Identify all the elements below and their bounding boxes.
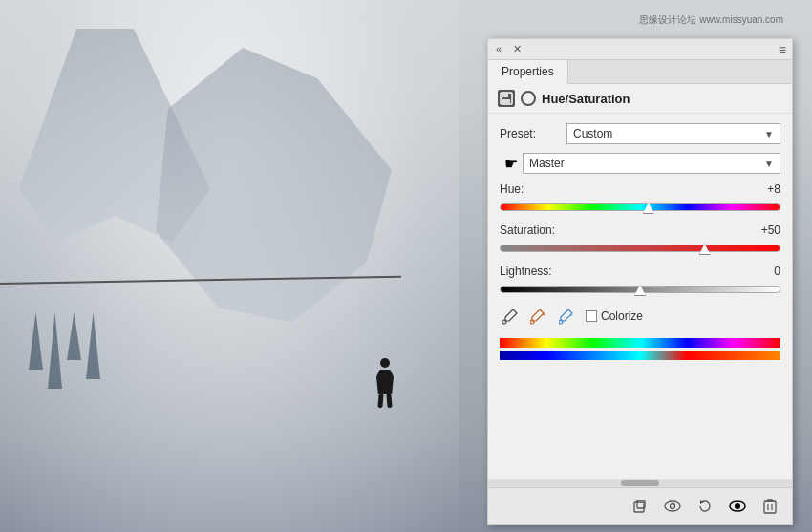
- trees: [29, 312, 100, 389]
- channel-value: Master: [529, 157, 565, 170]
- colorize-label: Colorize: [601, 309, 643, 323]
- tree-3: [67, 312, 81, 360]
- view-icon[interactable]: [662, 496, 683, 517]
- rainbow-bar-bottom: [500, 351, 780, 360]
- tab-properties[interactable]: Properties: [488, 60, 568, 84]
- hue-slider-container[interactable]: [500, 199, 780, 216]
- panel-tabs: Properties: [488, 60, 792, 84]
- color-bars: [500, 338, 780, 360]
- menu-button[interactable]: ≡: [779, 42, 786, 57]
- lightness-section: Lightness: 0: [500, 265, 780, 298]
- hue-slider-track: [500, 203, 780, 211]
- saturation-slider-container[interactable]: [500, 240, 780, 257]
- svg-point-11: [671, 504, 675, 509]
- channel-row: ☛ Master ▼: [500, 152, 780, 175]
- save-icon[interactable]: [498, 90, 515, 107]
- collapse-button[interactable]: «: [494, 43, 503, 55]
- svg-point-3: [502, 320, 506, 324]
- channel-dropdown[interactable]: Master ▼: [523, 153, 780, 174]
- saturation-label: Saturation:: [500, 223, 555, 237]
- figure-leg-left: [377, 394, 383, 408]
- svg-point-14: [735, 503, 740, 509]
- preset-dropdown[interactable]: Custom ▼: [566, 123, 780, 144]
- hue-label: Hue:: [500, 182, 524, 196]
- properties-panel: « ✕ ≡ Properties Hue/Saturation Preset: …: [487, 38, 793, 525]
- close-button[interactable]: ✕: [511, 43, 524, 55]
- preset-arrow-icon: ▼: [764, 129, 774, 139]
- lightness-header: Lightness: 0: [500, 265, 780, 278]
- svg-rect-1: [502, 93, 508, 97]
- svg-text:+: +: [542, 310, 546, 319]
- panel-footer: [488, 487, 792, 524]
- hue-header: Hue: +8: [500, 182, 780, 196]
- preset-value: Custom: [573, 127, 612, 140]
- svg-rect-15: [764, 501, 776, 513]
- delete-icon[interactable]: [759, 496, 780, 517]
- panel-header: Hue/Saturation: [488, 84, 792, 114]
- colorize-checkbox-row[interactable]: Colorize: [586, 309, 643, 323]
- svg-rect-8: [634, 502, 644, 512]
- colorize-checkbox[interactable]: [586, 310, 597, 322]
- preset-row: Preset: Custom ▼: [500, 123, 780, 144]
- saturation-header: Saturation: +50: [500, 223, 780, 237]
- saturation-section: Saturation: +50: [500, 223, 780, 257]
- eyedropper-icon[interactable]: [500, 306, 521, 327]
- lightness-label: Lightness:: [500, 265, 552, 278]
- preset-label: Preset:: [500, 127, 566, 140]
- panel-titlebar: « ✕ ≡: [488, 39, 792, 60]
- svg-rect-2: [502, 99, 510, 103]
- channel-arrow-icon: ▼: [764, 159, 774, 169]
- lightness-value: 0: [774, 265, 780, 278]
- figure-legs: [378, 394, 392, 408]
- titlebar-controls: « ✕: [494, 43, 524, 55]
- rainbow-bar-top: [500, 338, 780, 348]
- figure-body: [376, 370, 394, 394]
- reset-icon[interactable]: [694, 496, 716, 517]
- eyedropper-add-icon[interactable]: +: [528, 306, 549, 327]
- tree-1: [29, 312, 43, 370]
- visibility-icon[interactable]: [727, 496, 748, 517]
- panel-content: Preset: Custom ▼ ☛ Master ▼ Hue: +8: [488, 114, 792, 479]
- adjustment-icon[interactable]: [521, 91, 536, 106]
- panel-title: Hue/Saturation: [542, 92, 630, 106]
- figure-silhouette: [371, 358, 399, 411]
- hue-section: Hue: +8: [500, 182, 780, 216]
- hand-tool-icon[interactable]: ☛: [500, 152, 523, 175]
- svg-text:-: -: [570, 310, 573, 319]
- scrollbar-thumb[interactable]: [621, 480, 659, 486]
- tree-2: [48, 312, 62, 389]
- tree-4: [86, 312, 100, 379]
- saturation-slider-track: [500, 245, 780, 252]
- eyedropper-remove-icon[interactable]: -: [557, 306, 578, 327]
- figure-head: [380, 358, 390, 368]
- panel-scrollbar[interactable]: [488, 479, 792, 487]
- hue-value: +8: [767, 182, 780, 196]
- figure-leg-right: [386, 394, 392, 408]
- lightness-slider-container[interactable]: [500, 281, 780, 298]
- tools-row: + - Colorize: [500, 306, 780, 327]
- svg-point-10: [665, 501, 680, 511]
- saturation-value: +50: [761, 223, 780, 237]
- watermark: 思缘设计论坛 www.missyuan.com: [639, 13, 783, 27]
- clip-icon[interactable]: [630, 496, 651, 517]
